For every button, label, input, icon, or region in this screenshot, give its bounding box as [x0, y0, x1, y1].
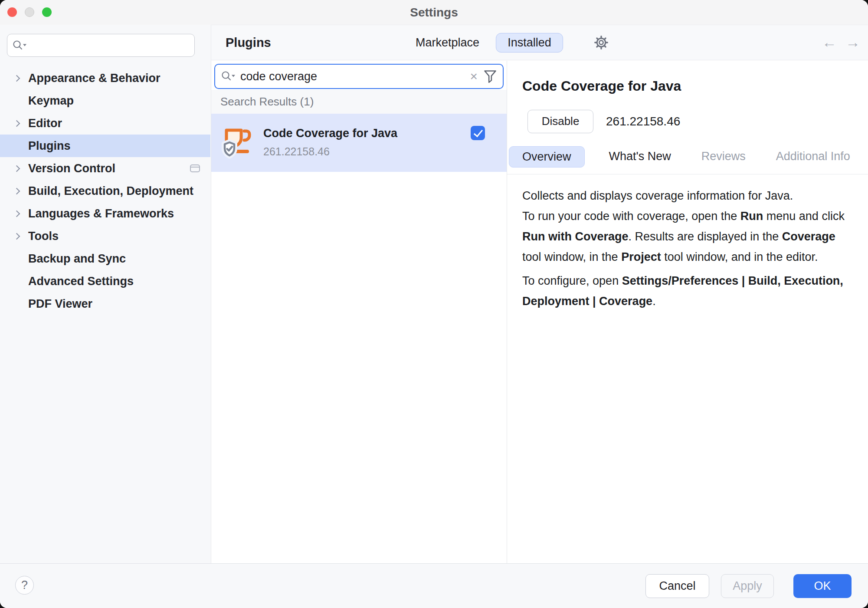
sidebar-item-label: Appearance & Behavior: [28, 72, 160, 85]
search-icon: [221, 71, 236, 82]
disable-plugin-button[interactable]: Disable: [527, 110, 593, 133]
sidebar-item-appearance-behavior[interactable]: Appearance & Behavior: [0, 67, 210, 89]
chevron-right-icon[interactable]: [13, 75, 20, 82]
sidebar-item-version-control[interactable]: Version Control: [0, 157, 210, 180]
sidebar-item-pdf-viewer[interactable]: PDF Viewer: [0, 292, 210, 315]
tab-overview[interactable]: Overview: [509, 146, 585, 168]
plugin-version: 261.22158.46: [263, 145, 330, 158]
tab-marketplace[interactable]: Marketplace: [416, 25, 479, 60]
sidebar-item-label: PDF Viewer: [28, 297, 92, 311]
sidebar-item-build-execution-deployment[interactable]: Build, Execution, Deployment: [0, 180, 210, 202]
clear-search-icon[interactable]: ×: [464, 70, 484, 83]
forward-arrow-icon[interactable]: →: [845, 25, 860, 60]
plugin-details-title: Code Coverage for Java: [522, 78, 681, 94]
tab-what-s-new[interactable]: What's New: [603, 146, 677, 168]
plugins-settings-gear-button[interactable]: [593, 34, 609, 51]
cancel-button[interactable]: Cancel: [645, 574, 709, 598]
plugin-details-panel: Code Coverage for Java Disable 261.22158…: [507, 61, 868, 563]
settings-search-box[interactable]: [7, 34, 195, 57]
window-title: Settings: [0, 0, 868, 25]
filter-icon[interactable]: [484, 69, 497, 83]
details-tabs: OverviewWhat's NewReviewsAdditional Info: [509, 146, 856, 168]
tab-installed[interactable]: Installed: [496, 33, 563, 53]
sidebar-list: Appearance & BehaviorKeymapEditorPlugins…: [0, 67, 210, 315]
project-level-settings-icon: [190, 164, 200, 172]
ok-button[interactable]: OK: [793, 574, 852, 598]
tab-additional-info[interactable]: Additional Info: [770, 146, 856, 168]
plugin-search-box[interactable]: ×: [214, 64, 504, 89]
search-options-caret-icon: [232, 75, 235, 77]
sidebar-item-plugins[interactable]: Plugins: [0, 135, 210, 157]
sidebar-item-keymap[interactable]: Keymap: [0, 89, 210, 112]
page-title: Plugins: [226, 25, 271, 60]
sidebar-item-label: Languages & Frameworks: [28, 207, 174, 220]
gear-icon: [593, 34, 609, 51]
chevron-right-icon[interactable]: [13, 120, 20, 127]
plugin-search-input[interactable]: [240, 70, 464, 83]
sidebar-item-label: Keymap: [28, 94, 74, 108]
search-history-caret-icon: [23, 44, 26, 46]
title-bar: Settings: [0, 0, 868, 25]
description-paragraph: Collects and displays coverage informati…: [522, 186, 857, 267]
sidebar-item-label: Version Control: [28, 162, 115, 175]
sidebar-item-label: Plugins: [28, 139, 71, 153]
plugin-list-item[interactable]: Code Coverage for Java 261.22158.46: [211, 114, 507, 172]
tabs-divider: [507, 174, 868, 174]
apply-button[interactable]: Apply: [721, 574, 774, 598]
chevron-right-icon[interactable]: [13, 187, 20, 194]
settings-search-input[interactable]: [31, 39, 189, 52]
search-results-header: Search Results (1): [211, 90, 507, 114]
sidebar-item-editor[interactable]: Editor: [0, 112, 210, 135]
sidebar-item-label: Backup and Sync: [28, 252, 126, 266]
description-paragraph: To configure, open Settings/Preferences …: [522, 271, 857, 312]
plugins-header: Plugins Marketplace Installed ← →: [211, 25, 868, 60]
zoom-window-button[interactable]: [42, 7, 52, 17]
settings-dialog: Settings Appearance & BehaviorKeymapEdit…: [0, 0, 868, 608]
sidebar-item-label: Build, Execution, Deployment: [28, 184, 193, 198]
plugin-list-panel: × Search Results (1): [211, 61, 507, 563]
sidebar-item-tools[interactable]: Tools: [0, 225, 210, 247]
sidebar-item-label: Advanced Settings: [28, 275, 134, 288]
plugin-description: Collects and displays coverage informati…: [522, 186, 857, 312]
chevron-right-icon[interactable]: [13, 233, 20, 240]
plugin-enabled-checkbox[interactable]: [471, 126, 485, 140]
back-arrow-icon[interactable]: ←: [822, 25, 837, 60]
minimize-window-button[interactable]: [25, 7, 34, 17]
sidebar-item-label: Editor: [28, 117, 62, 130]
chevron-right-icon[interactable]: [13, 165, 20, 172]
plugin-details-version: 261.22158.46: [606, 110, 680, 133]
help-button[interactable]: ?: [15, 576, 34, 595]
tab-reviews[interactable]: Reviews: [695, 146, 752, 168]
chevron-right-icon[interactable]: [13, 210, 20, 217]
sidebar-item-label: Tools: [28, 230, 59, 243]
code-coverage-plugin-icon: [222, 125, 251, 160]
dialog-footer: ? Cancel Apply OK: [0, 563, 868, 608]
sidebar-item-advanced-settings[interactable]: Advanced Settings: [0, 270, 210, 292]
close-window-button[interactable]: [7, 7, 17, 17]
sidebar-item-languages-frameworks[interactable]: Languages & Frameworks: [0, 202, 210, 225]
plugin-name: Code Coverage for Java: [263, 127, 397, 140]
search-icon: [13, 40, 27, 51]
settings-sidebar: Appearance & BehaviorKeymapEditorPlugins…: [0, 25, 211, 563]
sidebar-item-backup-and-sync[interactable]: Backup and Sync: [0, 247, 210, 270]
